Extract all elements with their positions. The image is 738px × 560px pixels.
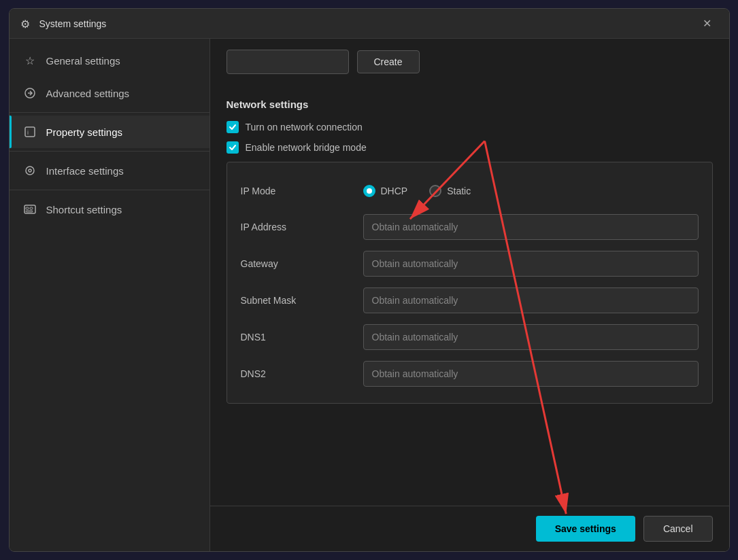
gateway-label: Gateway [241,258,363,269]
svg-rect-7 [30,207,33,209]
network-settings-box: IP Mode DHCP Static [227,162,713,404]
svg-point-4 [29,169,31,172]
static-radio[interactable] [429,185,441,197]
gateway-row: Gateway [241,245,699,282]
content-area: Create Network settings Turn on network … [210,39,729,551]
network-connection-row: Turn on network connection [227,121,713,133]
ip-address-label: IP Address [241,222,363,232]
save-settings-button[interactable]: Save settings [536,516,635,542]
title-bar: ⚙ System settings ✕ [10,9,729,39]
svg-point-3 [26,167,34,175]
main-content: ☆ General settings Advanced settings i [10,39,729,551]
ip-address-value [363,214,699,240]
sidebar-label-shortcut: Shortcut settings [46,204,122,215]
subnet-mask-row: Subnet Mask [241,282,699,319]
sidebar-item-interface[interactable]: Interface settings [10,154,209,187]
dns1-value [363,324,699,350]
system-settings-dialog: ⚙ System settings ✕ ☆ General settings A… [9,8,730,552]
dhcp-label: DHCP [381,186,408,196]
dns2-label: DNS2 [241,368,363,379]
sidebar-label-interface: Interface settings [46,165,124,177]
svg-text:i: i [27,129,29,136]
ip-mode-label: IP Mode [241,186,363,196]
content-scroll: Create Network settings Turn on network … [210,39,729,506]
dhcp-radio[interactable] [363,185,375,197]
dns1-label: DNS1 [241,332,363,343]
svg-rect-8 [26,211,33,212]
close-button[interactable]: ✕ [697,13,718,35]
star-icon: ☆ [23,54,37,67]
advanced-icon [23,86,37,100]
bottom-bar: Save settings Cancel [210,506,729,551]
create-button[interactable]: Create [357,50,420,73]
network-connection-label: Turn on network connection [246,122,363,133]
bridge-mode-row: Enable network bridge mode [227,141,713,154]
dialog-title: System settings [39,18,697,29]
property-icon: i [23,125,37,139]
ip-mode-row: IP Mode DHCP Static [241,173,699,209]
gateway-value [363,251,699,277]
dns2-value [363,361,699,387]
static-label: Static [447,186,471,196]
shortcut-icon [23,203,37,216]
dns1-row: DNS1 [241,319,699,355]
dhcp-option[interactable]: DHCP [363,185,408,197]
gateway-input[interactable] [363,251,699,277]
sidebar-label-advanced: Advanced settings [46,88,130,99]
sidebar-item-shortcut[interactable]: Shortcut settings [10,193,209,226]
subnet-mask-input[interactable] [363,287,699,313]
ip-mode-options: DHCP Static [363,185,699,197]
network-connection-checkbox[interactable] [227,121,239,133]
bridge-mode-label: Enable network bridge mode [246,142,367,153]
bridge-mode-checkbox[interactable] [227,141,239,154]
ip-address-row: IP Address [241,209,699,245]
subnet-mask-label: Subnet Mask [241,295,363,306]
ip-address-input[interactable] [363,214,699,240]
static-option[interactable]: Static [429,185,471,197]
svg-rect-6 [26,207,29,209]
sidebar-item-advanced[interactable]: Advanced settings [10,77,209,109]
cancel-button[interactable]: Cancel [643,516,713,542]
dns2-input[interactable] [363,361,699,387]
settings-icon: ⚙ [20,18,33,30]
network-settings-title: Network settings [227,99,713,110]
name-input-box[interactable] [227,50,349,74]
top-row: Create [227,50,713,85]
dns2-row: DNS2 [241,355,699,392]
sidebar-label-general: General settings [46,55,120,67]
interface-icon [23,164,37,177]
sidebar-item-general[interactable]: ☆ General settings [10,44,209,77]
sidebar: ☆ General settings Advanced settings i [10,39,210,551]
sidebar-item-property[interactable]: i Property settings [10,116,209,148]
dns1-input[interactable] [363,324,699,350]
sidebar-label-property: Property settings [46,126,123,138]
subnet-mask-value [363,287,699,313]
